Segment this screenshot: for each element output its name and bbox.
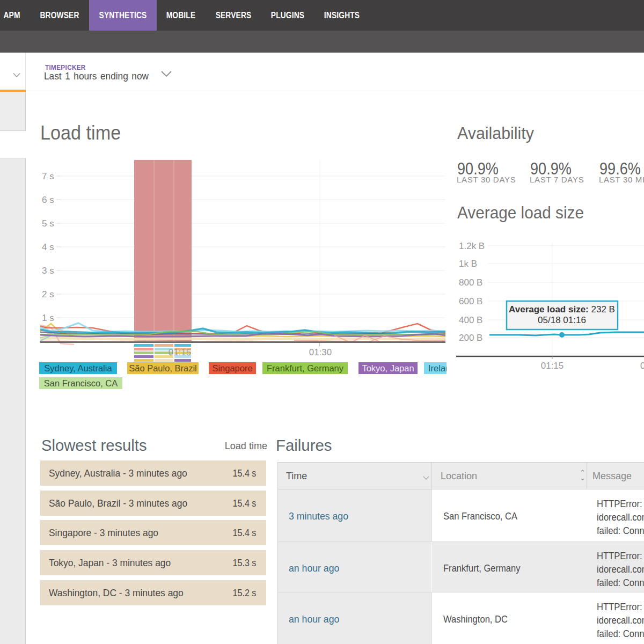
svg-text:1k B: 1k B — [459, 259, 477, 269]
svg-text:1.2k B: 1.2k B — [459, 241, 485, 251]
svg-text:200 B: 200 B — [459, 333, 482, 343]
svg-text:Average load size: 232 B: Average load size: 232 B — [509, 304, 615, 314]
svg-text:01:30: 01:30 — [309, 347, 332, 357]
svg-text:1 s: 1 s — [42, 313, 54, 323]
svg-text:01:30: 01:30 — [640, 361, 644, 371]
svg-text:01:15: 01:15 — [169, 347, 192, 357]
svg-text:800 B: 800 B — [459, 277, 482, 288]
svg-text:2 s: 2 s — [42, 289, 54, 299]
svg-text:400 B: 400 B — [459, 315, 482, 325]
svg-text:4 s: 4 s — [42, 242, 54, 252]
svg-text:5 s: 5 s — [42, 218, 54, 229]
svg-text:01:15: 01:15 — [541, 361, 564, 371]
svg-text:05/18 01:16: 05/18 01:16 — [538, 315, 586, 325]
svg-text:600 B: 600 B — [459, 296, 482, 306]
svg-text:3 s: 3 s — [42, 266, 54, 276]
svg-text:7 s: 7 s — [42, 171, 54, 181]
svg-text:6 s: 6 s — [42, 195, 54, 205]
